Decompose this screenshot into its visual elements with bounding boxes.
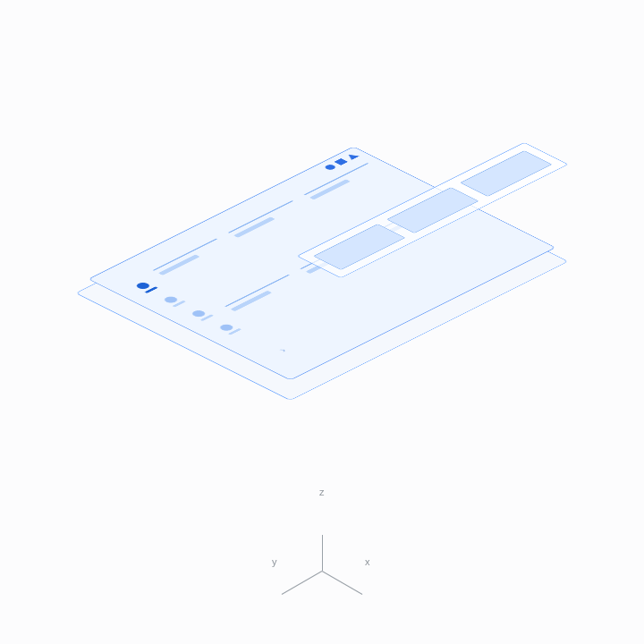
pager-next-icon[interactable]: › bbox=[275, 346, 290, 353]
square-icon bbox=[334, 158, 348, 165]
axis-y-line bbox=[282, 571, 323, 595]
content-card[interactable] bbox=[228, 200, 293, 233]
content-card[interactable] bbox=[152, 238, 217, 271]
sidebar-item-3[interactable] bbox=[189, 309, 214, 321]
axis-x-line bbox=[322, 571, 363, 595]
sidebar-item-4[interactable] bbox=[216, 323, 242, 335]
axis-gizmo: z x y bbox=[322, 535, 323, 536]
nav-dot-icon bbox=[134, 282, 152, 291]
axis-z-line bbox=[322, 535, 323, 571]
nav-dot-icon bbox=[162, 295, 180, 304]
axis-y-label: y bbox=[272, 556, 277, 567]
nav-label-placeholder bbox=[172, 301, 186, 308]
overlay-card[interactable] bbox=[460, 150, 552, 197]
window-controls bbox=[323, 153, 359, 171]
triangle-icon bbox=[344, 153, 359, 160]
nav-dot-icon bbox=[190, 309, 208, 318]
axis-z-label: z bbox=[319, 487, 325, 497]
sidebar-item-2[interactable] bbox=[161, 294, 186, 307]
circle-icon bbox=[323, 164, 337, 171]
axis-x-label: x bbox=[365, 556, 370, 567]
nav-label-placeholder bbox=[200, 314, 215, 321]
nav-label-placeholder bbox=[228, 328, 242, 335]
sidebar-item-1[interactable] bbox=[133, 281, 158, 293]
card-label-placeholder bbox=[230, 291, 272, 311]
content-card[interactable] bbox=[225, 275, 290, 308]
nav-dot-icon bbox=[217, 323, 235, 332]
nav-label-placeholder bbox=[144, 286, 158, 293]
